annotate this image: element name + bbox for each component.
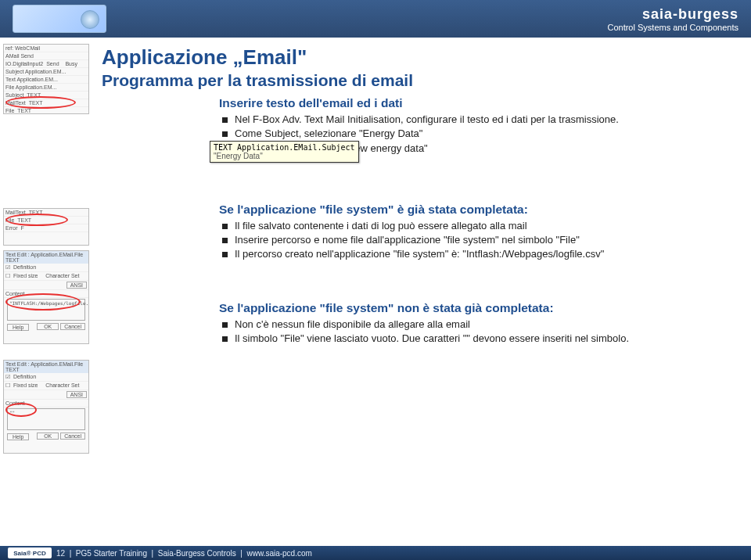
- section2-heading: Se l'applicazione "file system" è già st…: [219, 203, 729, 217]
- list-item: Nel F-Box Adv. Text Mail Initialisation,…: [222, 113, 729, 127]
- footer-bar: Saia® PCD 12 | PG5 Starter Training | Sa…: [0, 546, 751, 560]
- list-item: Come Subject, selezionare "Energy Data": [222, 127, 729, 141]
- brand-name: saia-burgess: [607, 6, 738, 23]
- tooltip-box: TEXT Application.EMail.Subject "Energy D…: [210, 141, 359, 163]
- slide-body: Applicazione „Email" Programma per la tr…: [0, 41, 751, 546]
- list-item: Il percorso creato nell'applicazione "fi…: [222, 247, 729, 261]
- footer-logo: Saia® PCD: [8, 547, 52, 558]
- page-subtitle: Programma per la trasmissione di email: [102, 71, 729, 90]
- list-item: Inserire percorso e nome file dall'appli…: [222, 233, 729, 247]
- footer-text: 12 | PG5 Starter Training | Saia-Burgess…: [56, 549, 312, 558]
- brand-tagline: Control Systems and Components: [607, 23, 738, 32]
- section2-list: Il file salvato contenente i dati di log…: [219, 219, 729, 262]
- header-thumbnail: [13, 5, 106, 33]
- tooltip-line1: TEXT Application.EMail.Subject: [214, 143, 355, 152]
- section1-heading: Inserire testo dell'email ed i dati: [219, 96, 729, 110]
- tooltip-line2: "Energy Data": [214, 152, 355, 160]
- list-item: Il file salvato contenente i dati di log…: [222, 219, 729, 233]
- top-bar: saia-burgess Control Systems and Compone…: [0, 0, 751, 38]
- section3-heading: Se l'applicazione "file system" non è st…: [219, 301, 729, 315]
- list-item: Il simbolo "File" viene lasciato vuoto. …: [222, 332, 729, 346]
- brand-block: saia-burgess Control Systems and Compone…: [607, 6, 738, 32]
- section3-list: Non c'è nessun file disponibile da alleg…: [219, 318, 729, 346]
- page-title: Applicazione „Email": [102, 45, 729, 70]
- list-item: Non c'è nessun file disponibile da alleg…: [222, 318, 729, 332]
